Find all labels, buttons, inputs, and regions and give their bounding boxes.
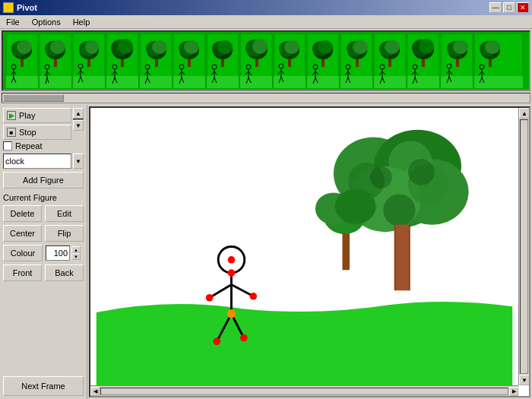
svg-point-173 <box>485 40 500 54</box>
delete-edit-row: Delete Edit <box>3 205 84 222</box>
play-button[interactable]: ▶ Play <box>3 108 71 123</box>
app-title: Pivot <box>17 3 37 12</box>
frame-strip-svg: /* generated in SVG */ <box>6 33 523 88</box>
repeat-row: Repeat <box>3 141 71 150</box>
back-button[interactable]: Back <box>45 264 84 281</box>
frame-strip[interactable]: /* generated in SVG */ <box>2 30 530 91</box>
center-button[interactable]: Center <box>3 225 42 242</box>
current-figure-label: Current Figure <box>3 193 84 202</box>
canvas-vscroll[interactable]: ▲ ▼ <box>518 108 529 385</box>
spin-down[interactable]: ▼ <box>71 253 81 260</box>
svg-rect-150 <box>422 59 425 67</box>
delete-label: Delete <box>11 209 35 218</box>
canvas-hscroll[interactable]: ◀ ▶ <box>90 385 518 396</box>
next-frame-button[interactable]: Next Frame <box>3 376 84 396</box>
canvas-scroll-up[interactable]: ▲ <box>519 108 530 119</box>
menu-help[interactable]: Help <box>70 17 93 27</box>
figure-select-value: clock <box>5 157 24 166</box>
canvas-area: ▲ ▼ ◀ ▶ <box>89 106 530 397</box>
flip-button[interactable]: Flip <box>45 225 84 242</box>
figure-select-arrow[interactable]: ▼ <box>73 154 84 169</box>
svg-point-207 <box>249 293 257 300</box>
strip-scrollbar[interactable] <box>2 93 530 103</box>
svg-rect-14 <box>40 76 71 88</box>
svg-rect-6 <box>21 59 24 67</box>
add-figure-label: Add Figure <box>23 176 64 185</box>
scene-canvas[interactable] <box>90 108 518 385</box>
svg-rect-86 <box>240 76 272 88</box>
play-label: Play <box>19 111 35 120</box>
svg-rect-98 <box>274 76 306 88</box>
svg-point-17 <box>50 40 65 54</box>
figure-select-box[interactable]: clock <box>3 154 71 169</box>
svg-point-101 <box>284 40 299 54</box>
spin-up[interactable]: ▲ <box>71 246 81 253</box>
svg-point-89 <box>252 39 268 54</box>
svg-point-191 <box>370 166 392 188</box>
playback-scroll: ▲ ▼ <box>73 108 84 131</box>
svg-rect-38 <box>106 76 138 88</box>
minimize-button[interactable]: — <box>489 2 502 13</box>
svg-rect-62 <box>173 76 205 88</box>
edit-label: Edit <box>57 209 71 218</box>
svg-rect-50 <box>140 76 172 88</box>
left-panel: ▶ Play ■ Stop Repeat ▲ ▼ <box>0 105 87 399</box>
svg-point-190 <box>383 194 415 226</box>
menu-file[interactable]: File <box>3 17 23 27</box>
canvas-hscroll-track[interactable] <box>100 388 508 395</box>
svg-point-65 <box>184 40 199 54</box>
svg-rect-66 <box>188 59 191 67</box>
stop-label: Stop <box>19 128 36 137</box>
svg-point-192 <box>408 159 435 185</box>
svg-rect-42 <box>121 59 124 67</box>
svg-rect-126 <box>356 59 359 67</box>
svg-point-125 <box>353 40 368 54</box>
svg-rect-162 <box>456 59 459 67</box>
spinner-arrows: ▲ ▼ <box>71 246 81 260</box>
svg-rect-194 <box>396 225 409 290</box>
svg-rect-134 <box>374 76 406 88</box>
menu-options[interactable]: Options <box>29 17 64 27</box>
window-controls: — □ ✕ <box>489 2 529 13</box>
svg-point-211 <box>227 309 236 318</box>
svg-rect-2 <box>6 76 38 88</box>
svg-rect-18 <box>54 59 57 67</box>
back-label: Back <box>55 268 73 277</box>
stop-button[interactable]: ■ Stop <box>3 125 71 140</box>
center-flip-row: Center Flip <box>3 225 84 242</box>
svg-rect-74 <box>207 76 239 88</box>
svg-rect-146 <box>407 76 439 88</box>
svg-point-149 <box>419 39 434 54</box>
scroll-up-arrow[interactable]: ▲ <box>73 108 84 119</box>
svg-point-197 <box>335 189 376 224</box>
edit-button[interactable]: Edit <box>45 205 84 222</box>
svg-rect-138 <box>388 59 391 67</box>
strip-scroll-thumb[interactable] <box>3 94 64 102</box>
add-figure-button[interactable]: Add Figure <box>3 172 84 188</box>
scroll-down-arrow[interactable]: ▼ <box>73 120 84 131</box>
front-button[interactable]: Front <box>3 264 42 281</box>
canvas-scroll-left[interactable]: ◀ <box>90 387 100 396</box>
flip-label: Flip <box>58 229 71 238</box>
close-button[interactable]: ✕ <box>517 2 529 13</box>
svg-point-205 <box>228 269 236 277</box>
colour-spinner: ▲ ▼ <box>46 245 81 261</box>
svg-point-113 <box>318 40 333 54</box>
main-area: ▶ Play ■ Stop Repeat ▲ ▼ <box>0 105 532 399</box>
front-back-row: Front Back <box>3 264 84 281</box>
maximize-button[interactable]: □ <box>503 2 515 13</box>
canvas-scroll-down[interactable]: ▼ <box>519 375 530 385</box>
colour-label: Colour <box>11 249 35 258</box>
delete-button[interactable]: Delete <box>3 205 42 222</box>
repeat-checkbox[interactable] <box>3 141 12 150</box>
svg-point-77 <box>217 40 233 54</box>
svg-point-53 <box>152 40 167 54</box>
colour-button[interactable]: Colour <box>3 245 43 261</box>
canvas-scroll-right[interactable]: ▶ <box>509 387 518 396</box>
colour-input[interactable] <box>46 245 70 261</box>
app-icon <box>3 2 14 13</box>
canvas-vscroll-track[interactable] <box>520 119 528 374</box>
svg-rect-26 <box>73 76 105 88</box>
svg-point-137 <box>385 40 400 54</box>
svg-point-208 <box>213 338 220 346</box>
